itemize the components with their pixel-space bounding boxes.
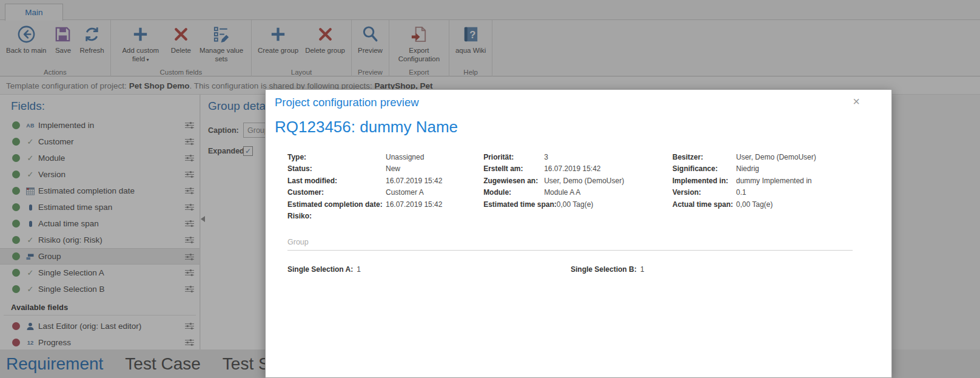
- project-configuration-preview-dialog: Project configuration preview × RQ123456…: [265, 89, 892, 378]
- detail-label: Type:: [287, 153, 386, 161]
- detail-value: Unassigned: [386, 153, 424, 161]
- detail-column-2: Priorität:3Erstellt am:16.07.2019 15:42Z…: [483, 151, 673, 222]
- detail-row-actual-time-span: Actual time span:0,00 Tag(e): [673, 198, 853, 211]
- detail-label: Risiko:: [287, 212, 386, 220]
- detail-label: Erstellt am:: [483, 164, 544, 173]
- detail-value: User, Demo (DemoUser): [544, 177, 624, 185]
- detail-value: 16.07.2019 15:42: [386, 200, 442, 209]
- group-section: Group Single Selection A:1Single Selecti…: [287, 238, 853, 274]
- detail-label: Actual time span:: [673, 200, 736, 209]
- detail-columns: Type:UnassignedStatus:NewLast modified:1…: [287, 151, 853, 222]
- detail-value: 3: [544, 153, 548, 161]
- group-section-label: Group: [287, 238, 853, 246]
- detail-row-priorit-t: Priorität:3: [483, 151, 673, 163]
- detail-row-zugewiesen-an: Zugewiesen an:User, Demo (DemoUser): [483, 175, 673, 187]
- requirement-heading: RQ123456: dummy Name: [266, 109, 891, 137]
- detail-row-version: Version:0.1: [673, 187, 853, 199]
- group-section-items: Single Selection A:1Single Selection B:1: [287, 265, 853, 274]
- group-section-divider: [287, 250, 853, 251]
- detail-row-module: Module:Module A A: [483, 187, 673, 199]
- detail-value: 16.07.2019 15:42: [386, 177, 442, 185]
- detail-row-customer: Customer:Customer A: [287, 187, 483, 199]
- detail-row-significance: Significance:Niedrig: [673, 163, 853, 175]
- detail-label: Implemented in:: [673, 177, 736, 185]
- detail-label: Priorität:: [483, 153, 544, 161]
- detail-row-erstellt-am: Erstellt am:16.07.2019 15:42: [483, 163, 673, 175]
- detail-row-last-modified: Last modified:16.07.2019 15:42: [287, 175, 483, 187]
- detail-value: Module A A: [544, 188, 580, 197]
- detail-label: Zugewiesen an:: [483, 177, 544, 185]
- detail-value: Niedrig: [736, 164, 759, 173]
- detail-label: Customer:: [287, 188, 386, 197]
- detail-value: 16.07.2019 15:42: [544, 164, 600, 173]
- detail-value: 0.1: [736, 188, 747, 197]
- detail-label: Besitzer:: [673, 153, 736, 161]
- detail-value: Customer A: [386, 188, 424, 197]
- detail-row-estimated-time-span: Estimated time span:0,00 Tag(e): [483, 198, 673, 211]
- detail-row-type: Type:Unassigned: [287, 151, 483, 163]
- detail-label: Version:: [673, 188, 736, 197]
- detail-label: Module:: [483, 188, 544, 197]
- detail-label: Estimated completion date:: [287, 200, 386, 209]
- group-item-label: Single Selection A:: [287, 265, 353, 274]
- group-item-value: 1: [357, 265, 361, 274]
- group-item-value: 1: [640, 265, 645, 274]
- detail-label: Status:: [287, 164, 386, 173]
- detail-value: New: [386, 164, 400, 173]
- detail-value: 0,00 Tag(e): [736, 200, 773, 209]
- detail-row-besitzer: Besitzer:User, Demo (DemoUser): [673, 151, 853, 163]
- detail-value: 0,00 Tag(e): [557, 200, 594, 209]
- detail-column-3: Besitzer:User, Demo (DemoUser)Significan…: [673, 151, 853, 222]
- detail-label: Last modified:: [287, 177, 386, 185]
- detail-value: dummy Implemented in: [736, 177, 812, 185]
- detail-row-implemented-in: Implemented in:dummy Implemented in: [673, 175, 853, 187]
- detail-label: Estimated time span:: [483, 200, 557, 209]
- detail-row-risiko: Risiko:: [287, 211, 483, 223]
- group-item-single-selection-b: Single Selection B:1: [571, 265, 644, 274]
- dialog-body: Type:UnassignedStatus:NewLast modified:1…: [266, 137, 891, 274]
- detail-label: Significance:: [673, 164, 736, 173]
- detail-row-status: Status:New: [287, 163, 483, 175]
- application-window: Main Back to mainSaveRefreshActionsAdd c…: [0, 0, 980, 378]
- group-item-label: Single Selection B:: [571, 265, 637, 274]
- dialog-title: Project configuration preview: [266, 90, 891, 109]
- detail-row-estimated-completion-date: Estimated completion date:16.07.2019 15:…: [287, 198, 483, 211]
- detail-column-1: Type:UnassignedStatus:NewLast modified:1…: [287, 151, 483, 222]
- close-icon[interactable]: ×: [853, 95, 860, 107]
- detail-value: User, Demo (DemoUser): [736, 153, 816, 161]
- group-item-single-selection-a: Single Selection A:1: [287, 265, 571, 274]
